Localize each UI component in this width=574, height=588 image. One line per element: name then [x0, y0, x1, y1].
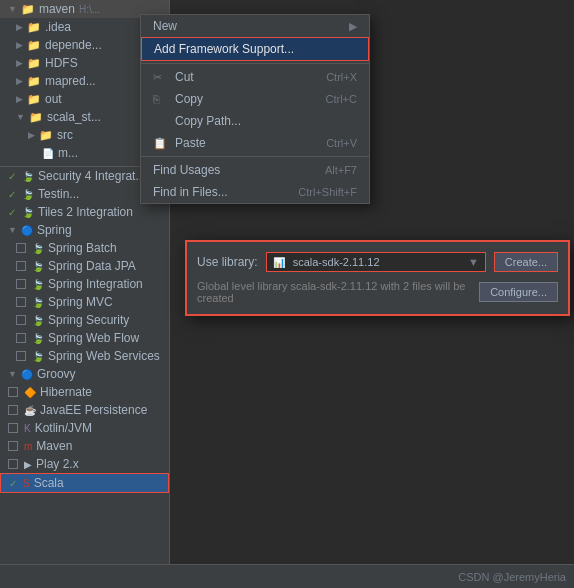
tree-item-label: depende...: [45, 38, 102, 52]
library-icon: 📊: [273, 257, 285, 268]
bottom-bar: CSDN @JeremyHeria: [0, 564, 574, 588]
menu-item-label: Find Usages: [153, 163, 220, 177]
framework-tiles2[interactable]: ✓ 🍃 Tiles 2 Integration: [0, 203, 169, 221]
tree-item-label: m...: [58, 146, 78, 160]
context-menu: New ▶ Add Framework Support... ✂ Cut Ctr…: [140, 14, 370, 204]
framework-item-label: Hibernate: [40, 385, 92, 399]
folder-icon: 📁: [21, 3, 35, 16]
framework-play2[interactable]: ▶ Play 2.x: [0, 455, 169, 473]
menu-item-add-framework[interactable]: Add Framework Support...: [141, 37, 369, 61]
tree-item-label: .idea: [45, 20, 71, 34]
shortcut-label: Ctrl+C: [326, 93, 357, 105]
menu-item-find-in-files[interactable]: Find in Files... Ctrl+Shift+F: [141, 181, 369, 203]
section-groovy[interactable]: ▼ 🔵 Groovy: [0, 365, 169, 383]
framework-list: ✓ 🍃 Security 4 Integrat... ✓ 🍃 Testin...…: [0, 166, 169, 493]
menu-item-cut[interactable]: ✂ Cut Ctrl+X: [141, 66, 369, 88]
dialog-info-text: Global level library scala-sdk-2.11.12 w…: [197, 280, 479, 304]
framework-spring-integration[interactable]: 🍃 Spring Integration: [0, 275, 169, 293]
paste-icon: 📋: [153, 137, 169, 150]
menu-separator-2: [141, 156, 369, 157]
create-button[interactable]: Create...: [494, 252, 558, 272]
menu-item-label: Find in Files...: [153, 185, 228, 199]
framework-item-label: Spring MVC: [48, 295, 113, 309]
tree-item-label: src: [57, 128, 73, 142]
framework-item-label: Security 4 Integrat...: [38, 169, 145, 183]
shortcut-label: Ctrl+V: [326, 137, 357, 149]
framework-javaee[interactable]: ☕ JavaEE Persistence: [0, 401, 169, 419]
expand-arrow: ▼: [8, 4, 17, 14]
framework-item-label: Testin...: [38, 187, 79, 201]
framework-spring-mvc[interactable]: 🍃 Spring MVC: [0, 293, 169, 311]
framework-spring-webflow[interactable]: 🍃 Spring Web Flow: [0, 329, 169, 347]
shortcut-label: Ctrl+X: [326, 71, 357, 83]
framework-maven[interactable]: m Maven: [0, 437, 169, 455]
framework-support-dialog: Use library: 📊 scala-sdk-2.11.12 ▼ Creat…: [185, 240, 570, 316]
framework-spring-batch[interactable]: 🍃 Spring Batch: [0, 239, 169, 257]
framework-item-label: Maven: [36, 439, 72, 453]
section-label: Groovy: [37, 367, 76, 381]
tree-item-label: HDFS: [45, 56, 78, 70]
tree-item-label: mapred...: [45, 74, 96, 88]
menu-item-label: Add Framework Support...: [154, 42, 294, 56]
menu-item-label: New: [153, 19, 177, 33]
library-row: Use library: 📊 scala-sdk-2.11.12 ▼ Creat…: [197, 252, 558, 272]
framework-item-label: Spring Integration: [48, 277, 143, 291]
menu-separator: [141, 63, 369, 64]
framework-item-label: Spring Web Services: [48, 349, 160, 363]
menu-item-copy[interactable]: ⎘ Copy Ctrl+C: [141, 88, 369, 110]
tree-item-label: maven: [39, 2, 75, 16]
watermark-text: CSDN @JeremyHeria: [458, 571, 566, 583]
cut-icon: ✂: [153, 71, 169, 84]
library-name: scala-sdk-2.11.12: [293, 256, 380, 268]
section-label: Spring: [37, 223, 72, 237]
framework-scala[interactable]: ✓ S Scala: [0, 473, 169, 493]
menu-item-label: Cut: [175, 70, 194, 84]
menu-item-find-usages[interactable]: Find Usages Alt+F7: [141, 159, 369, 181]
menu-item-label: Paste: [175, 136, 206, 150]
framework-spring-webservices[interactable]: 🍃 Spring Web Services: [0, 347, 169, 365]
library-select[interactable]: 📊 scala-sdk-2.11.12 ▼: [266, 252, 486, 272]
shortcut-label: Ctrl+Shift+F: [298, 186, 357, 198]
framework-spring-data-jpa[interactable]: 🍃 Spring Data JPA: [0, 257, 169, 275]
framework-item-label: Spring Web Flow: [48, 331, 139, 345]
framework-kotlin[interactable]: K Kotlin/JVM: [0, 419, 169, 437]
menu-item-copy-path[interactable]: Copy Path...: [141, 110, 369, 132]
framework-item-label: Spring Security: [48, 313, 129, 327]
framework-item-label: Scala: [34, 476, 64, 490]
copy-icon: ⎘: [153, 93, 169, 105]
framework-item-label: Tiles 2 Integration: [38, 205, 133, 219]
framework-hibernate[interactable]: 🔶 Hibernate: [0, 383, 169, 401]
tree-item-label: scala_st...: [47, 110, 101, 124]
framework-spring-security[interactable]: 🍃 Spring Security: [0, 311, 169, 329]
use-library-label: Use library:: [197, 255, 258, 269]
tree-item-label: out: [45, 92, 62, 106]
shortcut-label: Alt+F7: [325, 164, 357, 176]
menu-item-label: Copy: [175, 92, 203, 106]
path-label: H:\...: [79, 4, 100, 15]
framework-item-label: Play 2.x: [36, 457, 79, 471]
section-spring[interactable]: ▼ 🔵 Spring: [0, 221, 169, 239]
menu-item-paste[interactable]: 📋 Paste Ctrl+V: [141, 132, 369, 154]
menu-item-label: Copy Path...: [175, 114, 241, 128]
framework-item-label: Spring Batch: [48, 241, 117, 255]
menu-item-new[interactable]: New ▶: [141, 15, 369, 37]
framework-item-label: Kotlin/JVM: [35, 421, 92, 435]
configure-button[interactable]: Configure...: [479, 282, 558, 302]
dialog-info-row: Global level library scala-sdk-2.11.12 w…: [197, 280, 558, 304]
submenu-arrow: ▶: [349, 20, 357, 33]
framework-item-label: Spring Data JPA: [48, 259, 136, 273]
framework-item-label: JavaEE Persistence: [40, 403, 147, 417]
dropdown-arrow-icon: ▼: [468, 256, 479, 268]
